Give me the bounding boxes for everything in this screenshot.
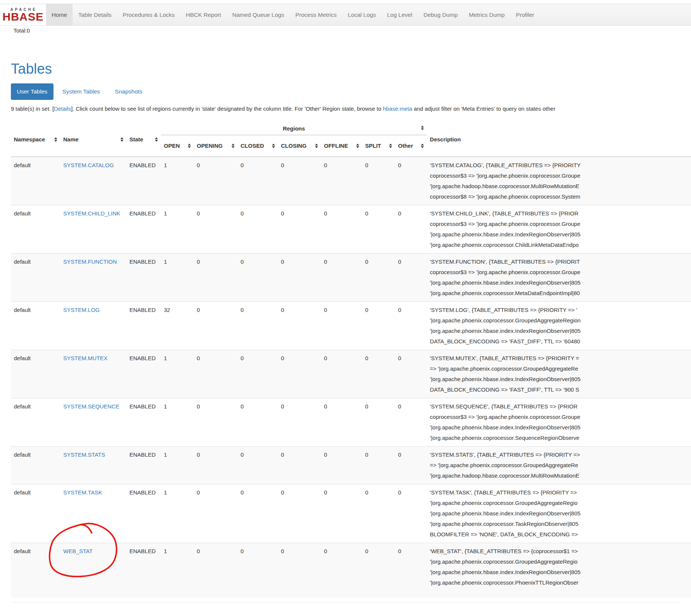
nav-item-home[interactable]: Home [46, 4, 73, 25]
tab-system-tables[interactable]: System Tables [56, 83, 106, 100]
offline-count-cell[interactable]: 0 [321, 205, 362, 254]
tab-user-tables[interactable]: User Tables [11, 83, 53, 100]
table-name-link-web-stat[interactable]: WEB_STAT [63, 548, 93, 554]
sort-icon[interactable] [54, 137, 57, 142]
closing-count-cell[interactable]: 0 [278, 447, 321, 484]
sort-icon[interactable] [421, 126, 424, 130]
closing-count-cell[interactable]: 0 [278, 205, 321, 254]
region-state-header-other[interactable]: Other [395, 135, 427, 157]
open-count-cell[interactable]: 32 [161, 302, 194, 350]
open-count-cell[interactable]: 1 [161, 254, 194, 302]
closing-count-cell[interactable]: 0 [278, 398, 321, 447]
nav-item-log-level[interactable]: Log Level [382, 4, 418, 25]
opening-count-cell[interactable]: 0 [194, 350, 238, 398]
split-count-cell[interactable]: 0 [362, 447, 395, 484]
open-count-cell[interactable]: 1 [161, 157, 194, 205]
offline-count-cell[interactable]: 0 [321, 447, 362, 484]
open-count-cell[interactable]: 1 [161, 484, 194, 543]
details-link[interactable]: Details [54, 105, 71, 112]
open-count-cell[interactable]: 1 [161, 205, 194, 254]
sort-icon[interactable] [232, 144, 235, 148]
column-header-name[interactable]: Name [60, 120, 126, 157]
column-header-regions-group[interactable]: Regions [161, 120, 427, 135]
other-count-cell[interactable]: 0 [395, 157, 427, 205]
region-state-header-split[interactable]: SPLIT [362, 135, 395, 157]
region-state-header-offline[interactable]: OFFLINE [321, 135, 362, 157]
offline-count-cell[interactable]: 0 [321, 157, 362, 205]
table-name-link-system-task[interactable]: SYSTEM.TASK [63, 489, 102, 496]
hbase-logo[interactable]: APACHE HBASE [0, 4, 46, 25]
nav-item-hbck-report[interactable]: HBCK Report [180, 4, 227, 25]
open-count-cell[interactable]: 1 [161, 398, 194, 447]
table-name-link-system-mutex[interactable]: SYSTEM.MUTEX [63, 355, 107, 361]
sort-icon[interactable] [272, 144, 275, 148]
other-count-cell[interactable]: 0 [395, 254, 427, 302]
split-count-cell[interactable]: 0 [362, 484, 395, 543]
column-header-namespace[interactable]: Namespace [11, 120, 60, 157]
split-count-cell[interactable]: 0 [362, 302, 395, 350]
split-count-cell[interactable]: 0 [362, 543, 395, 598]
opening-count-cell[interactable]: 0 [194, 205, 238, 254]
other-count-cell[interactable]: 0 [395, 205, 427, 254]
closed-count-cell[interactable]: 0 [238, 484, 278, 543]
closing-count-cell[interactable]: 0 [278, 302, 321, 350]
closed-count-cell[interactable]: 0 [238, 254, 278, 302]
opening-count-cell[interactable]: 0 [194, 543, 238, 598]
nav-item-local-logs[interactable]: Local Logs [342, 4, 382, 25]
open-count-cell[interactable]: 1 [161, 543, 194, 598]
offline-count-cell[interactable]: 0 [321, 543, 362, 598]
table-name-link-system-catalog[interactable]: SYSTEM.CATALOG [63, 162, 114, 168]
opening-count-cell[interactable]: 0 [194, 157, 238, 205]
split-count-cell[interactable]: 0 [362, 254, 395, 302]
table-name-link-system-sequence[interactable]: SYSTEM.SEQUENCE [63, 403, 119, 410]
other-count-cell[interactable]: 0 [395, 398, 427, 447]
closed-count-cell[interactable]: 0 [238, 543, 278, 598]
nav-item-process-metrics[interactable]: Process Metrics [290, 4, 342, 25]
sort-icon[interactable] [188, 144, 191, 148]
open-count-cell[interactable]: 1 [161, 350, 194, 398]
split-count-cell[interactable]: 0 [362, 157, 395, 205]
offline-count-cell[interactable]: 0 [321, 254, 362, 302]
hbase-meta-link[interactable]: hbase:meta [383, 105, 412, 112]
other-count-cell[interactable]: 0 [395, 543, 427, 598]
sort-icon[interactable] [389, 144, 392, 148]
closing-count-cell[interactable]: 0 [278, 157, 321, 205]
table-name-link-system-log[interactable]: SYSTEM.LOG [63, 307, 100, 313]
split-count-cell[interactable]: 0 [362, 205, 395, 254]
region-state-header-opening[interactable]: OPENING [194, 135, 238, 157]
closed-count-cell[interactable]: 0 [238, 398, 278, 447]
closing-count-cell[interactable]: 0 [278, 254, 321, 302]
closed-count-cell[interactable]: 0 [238, 157, 278, 205]
sort-icon[interactable] [120, 137, 123, 142]
other-count-cell[interactable]: 0 [395, 484, 427, 543]
closed-count-cell[interactable]: 0 [238, 447, 278, 484]
offline-count-cell[interactable]: 0 [321, 484, 362, 543]
offline-count-cell[interactable]: 0 [321, 350, 362, 398]
sort-icon[interactable] [421, 144, 424, 148]
closed-count-cell[interactable]: 0 [238, 205, 278, 254]
nav-item-debug-dump[interactable]: Debug Dump [418, 4, 463, 25]
nav-item-procedures-locks[interactable]: Procedures & Locks [117, 4, 180, 25]
split-count-cell[interactable]: 0 [362, 398, 395, 447]
closing-count-cell[interactable]: 0 [278, 543, 321, 598]
opening-count-cell[interactable]: 0 [194, 254, 238, 302]
column-header-state[interactable]: State [126, 120, 161, 157]
other-count-cell[interactable]: 0 [395, 350, 427, 398]
region-state-header-closed[interactable]: CLOSED [238, 135, 278, 157]
sort-icon[interactable] [155, 137, 158, 142]
nav-item-table-details[interactable]: Table Details [73, 4, 117, 25]
offline-count-cell[interactable]: 0 [321, 302, 362, 350]
closing-count-cell[interactable]: 0 [278, 350, 321, 398]
table-name-link-system-child-link[interactable]: SYSTEM.CHILD_LINK [63, 210, 120, 217]
sort-icon[interactable] [315, 144, 318, 148]
split-count-cell[interactable]: 0 [362, 350, 395, 398]
open-count-cell[interactable]: 1 [161, 447, 194, 484]
nav-item-profiler[interactable]: Profiler [510, 4, 540, 25]
other-count-cell[interactable]: 0 [395, 302, 427, 350]
nav-item-metrics-dump[interactable]: Metrics Dump [463, 4, 510, 25]
opening-count-cell[interactable]: 0 [194, 398, 238, 447]
closing-count-cell[interactable]: 0 [278, 484, 321, 543]
nav-item-named-queue-logs[interactable]: Named Queue Logs [227, 4, 290, 25]
opening-count-cell[interactable]: 0 [194, 447, 238, 484]
opening-count-cell[interactable]: 0 [194, 302, 238, 350]
